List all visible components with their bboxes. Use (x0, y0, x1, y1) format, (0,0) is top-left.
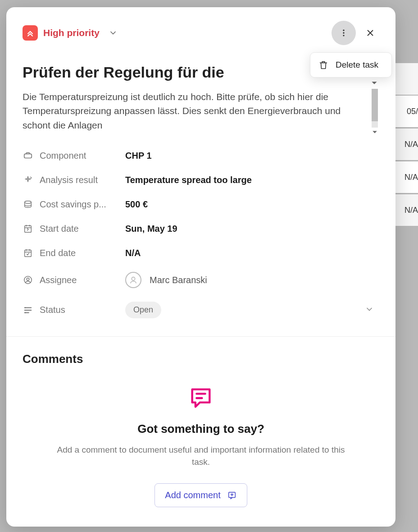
field-label-end-date: End date (23, 248, 125, 258)
field-value-component: CHP 1 (125, 151, 379, 161)
description-scrollbar[interactable] (370, 89, 379, 137)
svg-point-1 (343, 32, 344, 33)
close-button[interactable] (361, 24, 379, 42)
svg-rect-3 (24, 154, 32, 158)
delete-task-label: Delete task (336, 60, 378, 70)
svg-rect-11 (25, 310, 26, 311)
field-value-end-date: N/A (125, 248, 379, 258)
task-detail-modal: High priority Delete (6, 7, 395, 527)
field-label-component: Component (23, 150, 125, 161)
component-icon (23, 150, 33, 161)
trash-icon (318, 60, 328, 70)
scroll-down-icon[interactable] (372, 128, 377, 137)
priority-label: High priority (43, 28, 100, 38)
empty-state-subtitle: Add a comment to document useful and imp… (48, 444, 354, 468)
header-actions (332, 21, 379, 45)
status-badge: Open (125, 302, 161, 318)
calendar-start-icon (23, 223, 33, 234)
coins-icon (23, 199, 33, 210)
add-comment-label: Add comment (165, 490, 220, 500)
field-label-text: Component (40, 151, 86, 161)
comments-empty-state: Got something to say? Add a comment to d… (23, 385, 379, 507)
svg-rect-10 (25, 307, 26, 308)
field-label-text: Cost savings p... (40, 199, 106, 210)
field-value-assignee[interactable]: Marc Baranski (125, 272, 379, 288)
task-description[interactable]: Die Temperaturspreizung ist deutlich zu … (23, 90, 367, 133)
field-value-start-date: Sun, May 19 (125, 224, 379, 234)
svg-point-2 (343, 35, 344, 36)
avatar (125, 272, 141, 288)
chevron-down-icon (109, 28, 118, 37)
field-label-text: Start date (40, 224, 79, 234)
add-comment-button[interactable]: Add comment (154, 483, 247, 507)
svg-point-0 (343, 30, 344, 31)
field-label-analysis: Analysis result (23, 174, 125, 185)
close-icon (365, 28, 375, 38)
field-value-cost: 500 € (125, 199, 379, 210)
field-label-text: Analysis result (40, 175, 98, 185)
dots-vertical-icon (339, 28, 348, 37)
field-label-text: End date (40, 248, 76, 258)
modal-header: High priority (23, 21, 379, 45)
task-description-wrap: Die Temperaturspreizung ist deutlich zu … (23, 90, 379, 133)
svg-rect-6 (25, 250, 32, 257)
comment-plus-icon (227, 491, 237, 500)
chat-bubble-icon (188, 385, 214, 411)
calendar-end-icon (23, 248, 33, 258)
sparkle-icon (23, 174, 33, 185)
divider (6, 336, 395, 337)
field-label-status: Status (23, 305, 125, 316)
empty-state-title: Got something to say? (23, 422, 379, 436)
priority-dropdown[interactable] (105, 25, 121, 41)
delete-task-menu-item[interactable]: Delete task (310, 52, 392, 78)
title-scroll-down[interactable] (371, 80, 379, 88)
field-label-cost: Cost savings p... (23, 199, 125, 210)
task-title[interactable]: Prüfen der Regelung für die (23, 63, 311, 82)
scrollbar-track[interactable] (372, 89, 378, 128)
assignee-name: Marc Baranski (150, 275, 207, 285)
list-icon (23, 305, 33, 316)
person-icon (23, 275, 33, 285)
status-dropdown[interactable]: Open (125, 302, 379, 318)
field-label-text: Assignee (40, 275, 77, 285)
field-value-analysis: Temperature spread too large (125, 175, 379, 185)
svg-point-9 (132, 277, 135, 280)
task-fields: Component CHP 1 Analysis result Temperat… (23, 150, 379, 318)
field-label-text: Status (40, 305, 65, 315)
more-menu-button[interactable] (332, 21, 356, 45)
comments-heading: Comments (23, 352, 379, 366)
field-label-start-date: Start date (23, 223, 125, 234)
svg-rect-12 (25, 312, 26, 313)
svg-point-4 (25, 201, 32, 204)
field-label-assignee: Assignee (23, 275, 125, 285)
chevron-down-icon (365, 305, 374, 316)
svg-point-8 (27, 278, 29, 281)
priority-high-icon (23, 25, 38, 41)
scrollbar-thumb[interactable] (372, 89, 378, 121)
